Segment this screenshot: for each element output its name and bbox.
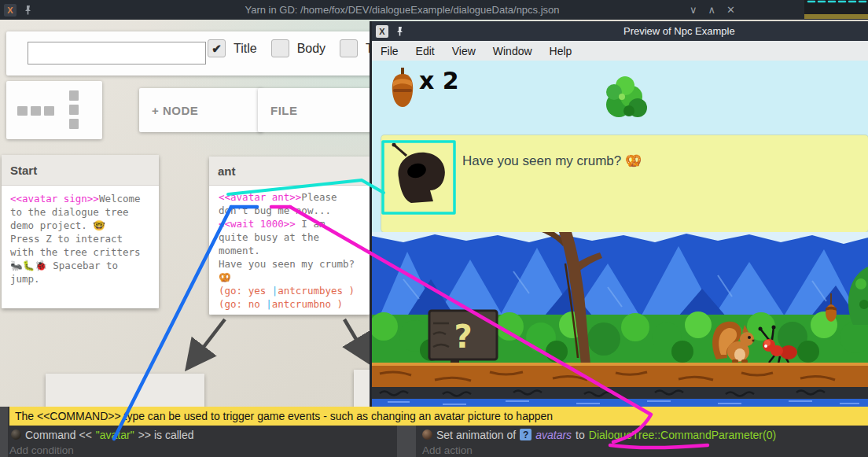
bush-sprite [603,73,649,122]
tooltip-text: The <<COMMAND>> type can be used to trig… [15,410,553,422]
background-window-stripe [804,14,868,19]
action-value: DialogueTree::CommandParameter(0) [589,429,776,441]
unknown-object-icon: ? [520,429,531,440]
condition-param: "avatar" [96,429,134,441]
condition-row[interactable]: Command <<"avatar">> is called [11,426,194,444]
dialogue-box: Have you seen my crumb? 🥨 [381,135,868,232]
node-ant-title: ant [218,164,236,178]
tooltip-bar: The <<COMMAND>> type can be used to trig… [9,407,868,426]
go-target: antcrumbno ) [272,298,343,310]
action-text: to [576,429,585,441]
minimize-button[interactable]: ∨ [690,4,697,16]
item-count: x 2 [419,67,459,94]
go-option: (go: no [219,298,266,310]
node-ant[interactable]: ant <<avatar ant>>Please don't bug me no… [209,157,370,315]
game-viewport[interactable]: x 2 Have you seen my crumb? 🥨 [372,61,868,407]
action-object: avatars [535,429,572,441]
animation-icon [422,429,432,440]
node-start-header[interactable]: Start [2,155,159,186]
go-option: (go: yes [219,285,272,297]
screen: X Yarn in GD: /home/fox/DEV/dialogueExam… [0,0,868,457]
actions-column-divider[interactable] [397,426,416,457]
node-ant-header[interactable]: ant [209,157,370,186]
preview-menubar: File Edit View Window Help [372,41,868,61]
command-tag: <<wait 1000>> [219,218,296,230]
preview-title: Preview of Npc Example [623,25,735,37]
go-pipe: | [266,298,272,310]
sign-question-mark: ? [454,319,472,355]
condition-text: Command << [25,429,92,441]
add-action-label: Add action [422,444,473,456]
events-sheet: The <<COMMAND>> type can be used to trig… [0,407,868,457]
node-text: Welcome to the dialogue tree demo projec… [10,193,146,285]
node-start-title: Start [10,164,37,177]
window-title: Yarn in GD: /home/fox/DEV/dialogueExampl… [0,4,804,16]
add-condition-label: Add condition [9,444,74,456]
game-scene: ? [372,232,868,407]
ant-avatar [388,140,452,209]
close-button[interactable]: ✕ [726,4,735,16]
preview-app-icon: X [376,25,388,38]
menu-view[interactable]: View [443,45,484,57]
preview-window: X Preview of Npc Example File Edit View … [370,21,868,407]
node-start[interactable]: Start <<avatar sign>>Welcome to the dial… [2,155,159,308]
pin-icon[interactable] [23,5,33,15]
add-action[interactable]: Add action [422,444,473,457]
yarn-ball-icon [11,429,21,440]
yarn-app-icon: X [4,4,17,17]
condition-text: >> is called [138,429,194,441]
action-text: Set animation of [436,429,516,441]
pin-icon[interactable] [395,26,405,36]
command-tag: <<avatar ant>> [219,191,301,203]
action-row[interactable]: Set animation of ? avatars to DialogueTr… [422,426,776,444]
menu-file[interactable]: File [372,45,407,57]
node-start-body[interactable]: <<avatar sign>>Welcome to the dialogue t… [2,186,159,292]
acorn-hud-icon [391,68,414,109]
menu-help[interactable]: Help [541,45,581,57]
yarn-titlebar: X Yarn in GD: /home/fox/DEV/dialogueExam… [0,0,804,20]
add-condition[interactable]: Add condition [9,444,74,457]
dialogue-text: Have you seen my crumb? 🥨 [462,153,642,169]
event-handle[interactable] [0,407,8,457]
menu-window[interactable]: Window [484,45,541,57]
menu-edit[interactable]: Edit [407,45,443,57]
node-ant-body[interactable]: <<avatar ant>>Please don't bug me now...… [209,186,370,315]
command-tag: <<avatar sign>> [10,193,99,205]
maximize-button[interactable]: ∧ [708,4,716,16]
preview-titlebar: X Preview of Npc Example [372,21,868,41]
go-target: antcrumbyes ) [278,285,355,297]
